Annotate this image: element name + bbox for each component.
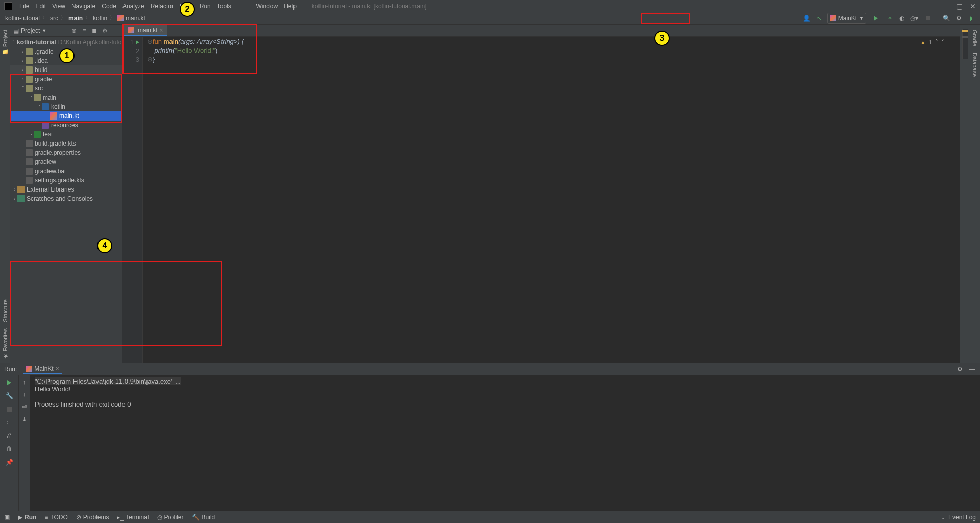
- next-highlight-icon[interactable]: ˅: [941, 39, 944, 45]
- tree-gradlew[interactable]: gradlew: [10, 157, 122, 167]
- sb-eventlog[interactable]: 🗨 Event Log: [940, 514, 976, 521]
- crumb-kotlin[interactable]: kotlin: [93, 15, 107, 22]
- right-tool-gutter: [960, 25, 970, 363]
- sb-run[interactable]: ▶ Run: [18, 514, 36, 521]
- close-tab-icon[interactable]: ×: [160, 27, 163, 34]
- up-trace-icon[interactable]: ↑: [20, 377, 29, 387]
- structure-tool-button[interactable]: Structure: [2, 296, 8, 325]
- settings-icon[interactable]: ⚙: [954, 14, 963, 22]
- tree-kotlin[interactable]: ˅kotlin: [10, 102, 122, 111]
- run-console[interactable]: "C:\Program Files\Java\jdk-11.0.9\bin\ja…: [30, 375, 980, 511]
- scroll-end-icon[interactable]: ⤓: [20, 414, 29, 423]
- stop-run-button[interactable]: [4, 404, 14, 414]
- profile-button[interactable]: ◷▾: [910, 14, 918, 22]
- stop-button[interactable]: [922, 13, 934, 24]
- menu-view[interactable]: View: [49, 3, 68, 10]
- tree-gradleprops[interactable]: gradle.properties: [10, 148, 122, 157]
- tree-buildkts[interactable]: build.gradle.kts: [10, 139, 122, 148]
- gutter-run-icon[interactable]: [136, 40, 139, 44]
- back-build-icon[interactable]: ↖: [815, 14, 823, 22]
- sb-profiler[interactable]: ◷ Profiler: [157, 514, 184, 521]
- run-tab-mainkt[interactable]: MainKt ×: [23, 364, 62, 374]
- tree-src[interactable]: ˅src: [10, 84, 122, 93]
- sb-terminal[interactable]: ▸_ Terminal: [117, 514, 149, 521]
- attach-debugger-icon[interactable]: 🔧: [4, 391, 14, 401]
- coverage-button[interactable]: ◐: [898, 14, 906, 22]
- print-icon[interactable]: 🖨: [4, 431, 14, 441]
- close-run-tab-icon[interactable]: ×: [56, 365, 59, 372]
- project-tool-button[interactable]: 📁 Project: [2, 27, 9, 58]
- tree-root[interactable]: ˅kotlin-tutorial D:\Kotlin App\kotlin-tu…: [10, 38, 122, 47]
- delete-icon[interactable]: 🗑: [4, 444, 14, 454]
- crumb-project[interactable]: kotlin-tutorial: [5, 15, 40, 22]
- editor-tab-mainkt[interactable]: main.kt ×: [124, 25, 167, 36]
- tree-extlib[interactable]: ›External Libraries: [10, 185, 122, 194]
- crumb-src[interactable]: src: [50, 15, 58, 22]
- error-stripe[interactable]: [962, 29, 968, 59]
- tool-window-quick-access[interactable]: ▣: [4, 514, 10, 521]
- tree-resources[interactable]: resources: [10, 121, 122, 130]
- tree-test[interactable]: ›test: [10, 130, 122, 139]
- tree-mainkt[interactable]: main.kt: [10, 111, 122, 121]
- tree-main[interactable]: ˅main: [10, 93, 122, 102]
- prev-highlight-icon[interactable]: ˄: [935, 39, 938, 45]
- run-title: Run:: [4, 366, 17, 373]
- window-controls: — ▢ ✕: [942, 2, 976, 10]
- run-panel-header: Run: MainKt × ⚙ —: [0, 363, 980, 375]
- menu-window[interactable]: Window: [253, 3, 281, 10]
- pin-icon[interactable]: 📌: [4, 457, 14, 467]
- panel-settings-icon[interactable]: ⚙: [101, 27, 109, 35]
- gradle-tool-button[interactable]: Gradle: [972, 27, 978, 50]
- menu-help[interactable]: Help: [281, 3, 300, 10]
- menu-tools[interactable]: Tools: [214, 3, 234, 10]
- debug-button[interactable]: ⌖: [886, 14, 894, 22]
- tree-build[interactable]: ›build: [10, 65, 122, 75]
- crumb-main[interactable]: main: [68, 15, 83, 22]
- layout-icon[interactable]: ≔: [4, 417, 14, 427]
- run-settings-icon[interactable]: ⚙: [955, 365, 964, 373]
- locate-icon[interactable]: ⊕: [70, 27, 78, 35]
- expand-all-icon[interactable]: ≡: [80, 27, 88, 35]
- project-tree: ˅kotlin-tutorial D:\Kotlin App\kotlin-tu…: [10, 37, 122, 363]
- chevron-down-icon[interactable]: ▼: [42, 28, 46, 33]
- menu-analyze[interactable]: Analyze: [119, 3, 148, 10]
- status-bar: ▣ ▶ Run ≡ TODO ⊘ Problems ▸_ Terminal ◷ …: [0, 511, 980, 523]
- wrap-icon[interactable]: ⏎: [20, 402, 29, 411]
- minimize-icon[interactable]: —: [942, 2, 949, 10]
- menu-code[interactable]: Code: [99, 3, 119, 10]
- tree-scratches[interactable]: ›Scratches and Consoles: [10, 194, 122, 203]
- menu-run[interactable]: Run: [197, 3, 214, 10]
- sb-problems[interactable]: ⊘ Problems: [76, 514, 109, 521]
- tree-gradlewbat[interactable]: gradlew.bat: [10, 167, 122, 176]
- tree-settings[interactable]: settings.gradle.kts: [10, 176, 122, 185]
- notification-shield-icon[interactable]: ◗: [967, 14, 975, 22]
- folder-icon: [26, 85, 33, 92]
- sb-todo[interactable]: ≡ TODO: [44, 514, 67, 521]
- close-icon[interactable]: ✕: [970, 2, 976, 10]
- database-tool-button[interactable]: Database: [972, 50, 978, 80]
- run-configuration-selector[interactable]: MainKt ▼: [827, 13, 866, 24]
- menu-refactor[interactable]: Refactor: [148, 3, 177, 10]
- hide-panel-icon[interactable]: —: [111, 27, 119, 35]
- menu-file[interactable]: FFileile: [16, 3, 32, 10]
- maximize-icon[interactable]: ▢: [956, 2, 963, 10]
- tree-gradle[interactable]: ›gradle: [10, 75, 122, 84]
- code-area[interactable]: ⊖fun main(args: Array<String>) { println…: [143, 37, 244, 363]
- down-trace-icon[interactable]: ↓: [20, 390, 29, 399]
- sb-build[interactable]: 🔨 Build: [192, 514, 215, 521]
- callout-4: 4: [97, 238, 112, 253]
- menu-edit[interactable]: Edit: [32, 3, 49, 10]
- inspection-widget[interactable]: ▲1 ˄ ˅: [920, 39, 944, 45]
- crumb-file[interactable]: main.kt: [126, 15, 145, 22]
- run-button[interactable]: [870, 13, 881, 24]
- hide-run-icon[interactable]: —: [968, 365, 976, 373]
- title-bar: FFileile Edit View Navigate Code Analyze…: [0, 0, 980, 12]
- favorites-tool-button[interactable]: ★ Favorites: [2, 325, 8, 363]
- collapse-all-icon[interactable]: ≣: [90, 27, 99, 35]
- editor-body[interactable]: 1 2 3 ⊖fun main(args: Array<String>) { p…: [122, 37, 960, 363]
- search-everywhere-icon[interactable]: 🔍: [942, 14, 950, 22]
- menu-navigate[interactable]: Navigate: [68, 3, 99, 10]
- project-view-label[interactable]: Project: [21, 27, 40, 34]
- rerun-button[interactable]: [4, 377, 14, 388]
- add-user-icon[interactable]: 👤: [803, 14, 811, 22]
